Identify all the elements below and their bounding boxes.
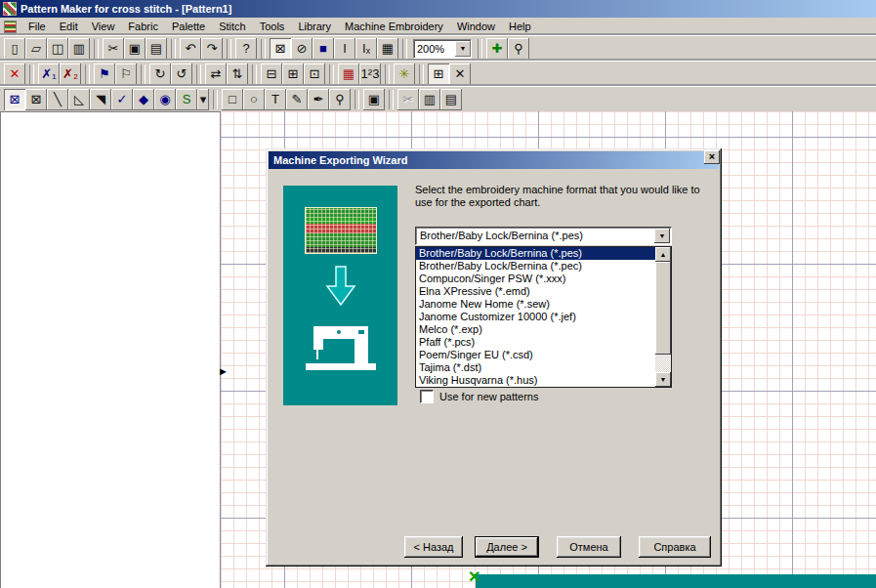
backstitch-button[interactable]: ✓ — [111, 89, 133, 110]
view-information-button[interactable]: I — [334, 38, 355, 60]
redo-button[interactable]: ↷ — [201, 38, 223, 60]
format-option[interactable]: Janome New Home (*.sew) — [416, 298, 655, 311]
save-file-button[interactable]: ◫ — [47, 38, 68, 60]
delete-button[interactable]: ✕ — [4, 63, 25, 85]
mark-stitches-button[interactable]: ⚑ — [94, 63, 115, 85]
format-option[interactable]: Viking Husqvarna (*.hus) — [416, 374, 655, 387]
unmark-stitches-button[interactable]: ⚐ — [115, 63, 137, 85]
view-grid-button[interactable]: ▦ — [377, 38, 398, 60]
crop-pattern-button[interactable]: ⊡ — [304, 63, 325, 85]
import-image-icon: ▣ — [368, 93, 380, 105]
center-pattern-button[interactable]: ✚ — [486, 38, 508, 60]
titlebar[interactable]: Pattern Maker for cross stitch - [Patter… — [0, 0, 876, 18]
format-option[interactable]: Melco (*.exp) — [416, 323, 655, 336]
quarter-stitch-button[interactable]: ◺ — [68, 89, 90, 110]
magnify-tool-button[interactable]: ⚲ — [329, 89, 351, 110]
combobox-dropdown-icon[interactable]: ▼ — [654, 229, 670, 243]
unmark-stitches-icon: ⚐ — [120, 67, 132, 80]
menu-item-stitch[interactable]: Stitch — [212, 19, 253, 34]
text-tool-button[interactable]: T — [265, 89, 286, 110]
use-for-new-patterns-checkbox[interactable] — [420, 390, 434, 403]
cancel-button[interactable]: Отмена — [557, 536, 621, 558]
cut-button[interactable]: ✂ — [103, 38, 124, 60]
scrollbar-thumb[interactable] — [655, 262, 671, 355]
menu-item-file[interactable]: File — [21, 19, 53, 34]
menu-item-edit[interactable]: Edit — [53, 19, 85, 34]
zoom-dropdown-icon[interactable]: ▼ — [455, 41, 471, 57]
view-symbols-off-button[interactable]: ⊘ — [291, 38, 313, 60]
menu-item-library[interactable]: Library — [291, 19, 338, 34]
replace-colors-button[interactable]: ✗₂ — [60, 63, 81, 85]
format-option[interactable]: Poem/Singer EU (*.csd) — [416, 349, 655, 361]
bead-button[interactable]: ◉ — [154, 89, 176, 110]
brush-tool-button[interactable]: ✎ — [286, 89, 308, 110]
format-option[interactable]: Pfaff (*.pcs) — [416, 336, 655, 349]
help-button[interactable]: ? — [235, 38, 257, 60]
view-information-x-button[interactable]: Iₓ — [355, 38, 377, 60]
three-quarter-stitch-button[interactable]: ◥ — [90, 89, 111, 110]
rotate-ccw-button[interactable]: ↺ — [171, 63, 192, 85]
pattern-properties-button[interactable]: ✳ — [394, 63, 415, 85]
menu-item-view[interactable]: View — [85, 19, 122, 34]
menu-item-window[interactable]: Window — [450, 19, 502, 34]
menu-item-palette[interactable]: Palette — [165, 19, 212, 34]
shrink-pattern-button[interactable]: ⊟ — [261, 63, 282, 85]
format-option[interactable]: Brother/Baby Lock/Bernina (*.pec) — [416, 260, 655, 273]
scroll-up-icon[interactable]: ▲ — [655, 247, 671, 262]
print-button[interactable]: ▥ — [68, 38, 90, 60]
french-knot-button[interactable]: ◆ — [133, 89, 154, 110]
flip-horizontal-button[interactable]: ⇄ — [205, 63, 227, 85]
menu-item-machine-embroidery[interactable]: Machine Embroidery — [338, 19, 450, 34]
columns-view-button[interactable]: ▥ — [419, 89, 440, 110]
full-stitch-button[interactable]: ⊠ — [4, 89, 25, 110]
scroll-down-icon[interactable]: ▼ — [655, 372, 671, 387]
ellipse-tool-button[interactable]: ○ — [243, 89, 265, 110]
rotate-cw-button[interactable]: ↻ — [149, 63, 171, 85]
format-option[interactable]: Brother/Baby Lock/Bernina (*.pes) — [416, 247, 655, 260]
flip-vertical-button[interactable]: ⇅ — [227, 63, 248, 85]
special-stitch-dropdown-button[interactable]: ▾ — [197, 89, 209, 110]
symbol-numbers-button[interactable]: 1²3 — [359, 63, 381, 85]
view-solid-icon: ■ — [319, 42, 327, 55]
menu-item-fabric[interactable]: Fabric — [121, 19, 165, 34]
show-grid-button[interactable]: ⊞ — [428, 63, 449, 85]
notes-button[interactable]: ▤ — [440, 89, 462, 110]
petite-stitch-button[interactable]: ⊠ — [25, 89, 47, 110]
zoom-tool-button[interactable]: ⚲ — [508, 38, 529, 60]
paste-button[interactable]: ▤ — [146, 38, 167, 60]
list-scrollbar[interactable]: ▲ ▼ — [655, 247, 671, 387]
special-stitch-button[interactable]: S — [176, 89, 197, 110]
format-combobox[interactable]: Brother/Baby Lock/Bernina (*.pes) ▼ — [415, 227, 672, 245]
rectangle-tool-button[interactable]: □ — [222, 89, 243, 110]
new-file-button[interactable]: ▯ — [4, 38, 25, 60]
color-palette-button[interactable]: ▦ — [338, 63, 359, 85]
view-stitches-button[interactable]: ⊠ — [270, 38, 291, 60]
undo-button[interactable]: ↶ — [180, 38, 201, 60]
dialog-titlebar[interactable]: Machine Exporting Wizard — [269, 151, 719, 169]
back-button[interactable]: < Назад — [404, 536, 463, 558]
format-dropdown-list[interactable]: Brother/Baby Lock/Bernina (*.pes)Brother… — [415, 246, 672, 388]
import-image-button[interactable]: ▣ — [363, 89, 385, 110]
cross-view-button[interactable]: ✕ — [449, 63, 471, 85]
help-button[interactable]: Справка — [639, 536, 711, 558]
format-option[interactable]: Elna XPressive (*.emd) — [416, 285, 655, 298]
snip-button[interactable]: ✂ — [397, 89, 419, 110]
next-button[interactable]: Далее > — [475, 536, 539, 558]
view-grid-icon: ▦ — [382, 42, 394, 55]
format-option[interactable]: Tajima (*.dst) — [416, 361, 655, 374]
format-option[interactable]: Compucon/Singer PSW (*.xxx) — [416, 273, 655, 285]
view-solid-button[interactable]: ■ — [313, 38, 334, 60]
view-stitches-icon: ⊠ — [275, 42, 286, 55]
swap-colors-button[interactable]: ✗₁ — [38, 63, 60, 85]
menu-item-tools[interactable]: Tools — [253, 19, 292, 34]
open-file-button[interactable]: ▱ — [25, 38, 47, 60]
menu-item-help[interactable]: Help — [502, 19, 538, 34]
document-system-icon[interactable] — [4, 21, 17, 33]
close-icon[interactable]: × — [704, 150, 720, 164]
copy-button[interactable]: ▣ — [124, 38, 146, 60]
eyedropper-tool-button[interactable]: ✒ — [308, 89, 329, 110]
zoom-level-combo[interactable]: 200%▼ — [413, 39, 472, 59]
expand-pattern-button[interactable]: ⊞ — [282, 63, 304, 85]
format-option[interactable]: Janome Customizer 10000 (*.jef) — [416, 311, 655, 323]
half-stitch-button[interactable]: ╲ — [47, 89, 68, 110]
